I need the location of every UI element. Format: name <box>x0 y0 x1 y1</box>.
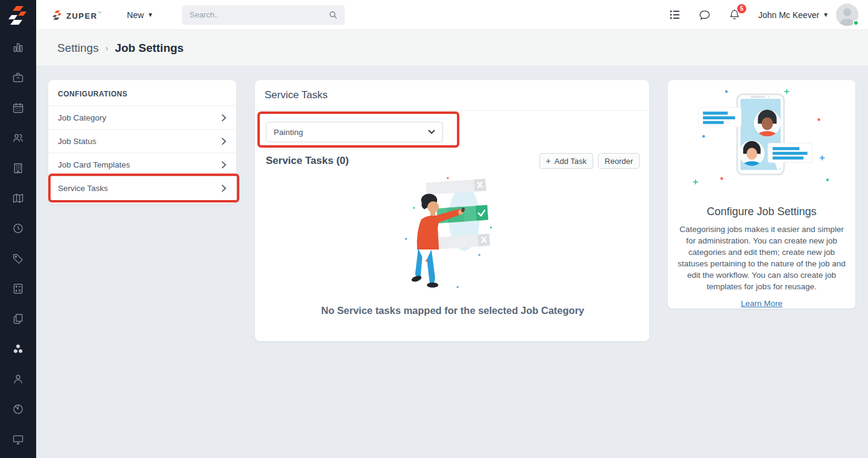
info-title: Configure Job Settings <box>668 205 855 218</box>
chevron-right-icon <box>221 161 227 169</box>
briefcase-icon[interactable] <box>0 63 36 93</box>
plus-icon: + <box>546 156 551 166</box>
pie-chart-icon[interactable] <box>0 394 36 424</box>
breadcrumb-separator: › <box>105 43 108 53</box>
map-icon[interactable] <box>0 183 36 213</box>
monitor-icon[interactable] <box>0 424 36 454</box>
user-menu[interactable]: John Mc Keever ▼ <box>758 10 829 20</box>
search-input[interactable] <box>189 10 329 19</box>
activity-list-icon[interactable] <box>669 10 681 20</box>
chevron-down-icon: ▼ <box>148 11 154 18</box>
add-task-label: Add Task <box>555 157 587 166</box>
learn-more-link[interactable]: Learn More <box>741 299 782 308</box>
calculator-icon[interactable] <box>0 274 36 304</box>
chat-icon[interactable] <box>699 10 711 20</box>
config-item-job-category[interactable]: Job Category <box>48 106 236 130</box>
list-header-row: Service Tasks (0) + Add Task Reorder <box>266 153 640 169</box>
configure-job-settings-panel: Configure Job Settings Categorising jobs… <box>668 80 855 309</box>
new-dropdown[interactable]: New ▼ <box>127 10 154 20</box>
list-actions: + Add Task Reorder <box>535 153 640 169</box>
top-bar: ZUPER ™ New ▼ 5 John Mc Keever ▼ <box>36 0 868 30</box>
job-category-select[interactable]: Painting <box>266 122 443 142</box>
zuper-wordmark-icon <box>52 10 63 20</box>
chevron-down-icon: ▼ <box>823 11 829 18</box>
calendar-icon[interactable] <box>0 93 36 123</box>
brand-name: ZUPER <box>66 11 98 20</box>
config-item-job-status[interactable]: Job Status <box>48 130 236 153</box>
new-label: New <box>127 10 144 20</box>
chevron-down-icon <box>428 130 435 134</box>
config-item-label: Job Status <box>58 137 96 146</box>
service-tasks-panel: Service Tasks Painting Service Tasks (0)… <box>255 80 649 341</box>
notifications-bell-icon[interactable]: 5 <box>729 9 740 21</box>
empty-state-illustration <box>266 174 640 301</box>
list-title: Service Tasks (0) <box>266 155 349 167</box>
users-icon[interactable] <box>0 123 36 153</box>
config-item-label: Job Category <box>58 113 106 122</box>
config-item-label: Job Card Templates <box>58 160 130 169</box>
breadcrumb: Settings › Job Settings <box>36 30 868 66</box>
building-icon[interactable] <box>0 153 36 183</box>
configurations-panel: CONFIGURATIONS Job Category Job Status J… <box>48 80 236 204</box>
notification-badge: 5 <box>737 4 747 14</box>
config-item-label: Service Tasks <box>58 184 108 193</box>
chat-phone-illustration <box>668 86 855 197</box>
info-description: Categorising jobs makes it easier and si… <box>677 224 846 292</box>
breadcrumb-settings[interactable]: Settings <box>57 42 99 55</box>
panel-body: Painting Service Tasks (0) + Add Task Re… <box>255 111 649 316</box>
reorder-button[interactable]: Reorder <box>598 153 640 169</box>
chevron-right-icon <box>221 184 227 192</box>
sidebar-icon-list <box>0 33 36 454</box>
bar-chart-icon[interactable] <box>0 33 36 63</box>
add-task-button[interactable]: + Add Task <box>539 153 593 169</box>
user-name: John Mc Keever <box>758 10 819 20</box>
user-avatar[interactable] <box>836 4 858 26</box>
page-title: Job Settings <box>115 42 184 55</box>
zuper-logo-icon[interactable] <box>0 0 36 30</box>
copy-icon[interactable] <box>0 304 36 334</box>
left-sidebar <box>0 0 36 458</box>
user-icon[interactable] <box>0 364 36 394</box>
panel-title: Service Tasks <box>255 80 649 111</box>
reorder-label: Reorder <box>605 157 633 166</box>
online-status-dot <box>853 20 859 26</box>
chevron-right-icon <box>221 114 227 122</box>
empty-state-message: No Service tasks mapped for the selected… <box>266 305 640 316</box>
config-item-job-card-templates[interactable]: Job Card Templates <box>48 153 236 177</box>
job-category-select-value: Painting <box>274 128 303 137</box>
cubes-icon[interactable] <box>0 334 36 364</box>
brand[interactable]: ZUPER ™ <box>52 10 102 20</box>
config-item-service-tasks[interactable]: Service Tasks <box>48 177 236 200</box>
configurations-header: CONFIGURATIONS <box>48 80 236 106</box>
search-icon[interactable] <box>329 10 338 19</box>
chevron-right-icon <box>221 137 227 145</box>
brand-trademark: ™ <box>98 11 102 15</box>
tag-icon[interactable] <box>0 243 36 274</box>
clock-icon[interactable] <box>0 213 36 243</box>
topbar-right: 5 John Mc Keever ▼ <box>669 4 868 26</box>
global-search[interactable] <box>182 5 345 25</box>
